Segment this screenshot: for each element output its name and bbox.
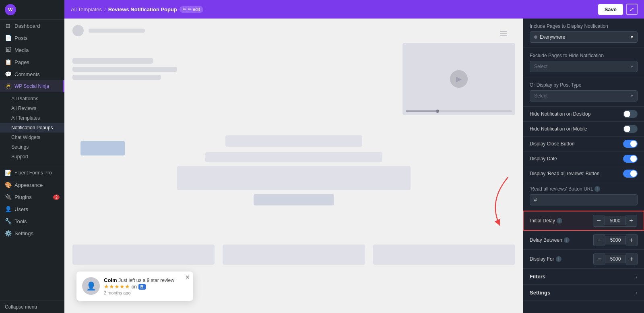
- hide-mobile-toggle[interactable]: [623, 125, 638, 133]
- sidebar-sub-all-platforms[interactable]: All Platforms: [0, 94, 64, 104]
- sidebar-sub-support[interactable]: Support: [0, 152, 64, 162]
- sidebar-item-tools[interactable]: 🔧 Tools: [0, 215, 64, 227]
- exclude-pages-chevron: ▾: [631, 64, 633, 69]
- preview-content-left: [72, 47, 185, 83]
- post-type-section: Or Display by Post Type Select ▾: [523, 77, 644, 107]
- dashboard-icon: ⊞: [5, 23, 11, 29]
- sidebar-sub-all-templates[interactable]: All Templates: [0, 113, 64, 123]
- sidebar-item-wp-social-ninja[interactable]: 🥷 WP Social Ninja: [0, 80, 64, 92]
- sidebar-item-media[interactable]: 🖼 Media: [0, 44, 64, 56]
- delay-between-plus[interactable]: +: [626, 234, 637, 246]
- include-pages-value: Everywhere: [540, 34, 565, 40]
- exclude-pages-select-wrap: Select ▾: [530, 61, 638, 72]
- preview-form-input-2: [177, 166, 411, 190]
- collapse-menu[interactable]: Collapse menu: [0, 301, 64, 313]
- users-icon: 👤: [5, 206, 11, 212]
- delay-between-value: 5000: [605, 236, 626, 245]
- hide-desktop-row: Hide Notification on Desktop: [523, 107, 644, 122]
- avatar-icon: 👤: [86, 281, 96, 291]
- display-for-plus[interactable]: +: [626, 253, 637, 265]
- sidebar-item-settings[interactable]: ⚙️ Settings: [0, 227, 64, 239]
- everywhere-dot: [534, 35, 537, 39]
- exclude-pages-select[interactable]: Select ▾: [530, 61, 638, 72]
- exclude-pages-section: Exclude Pages to Hide Notification Selec…: [523, 48, 644, 77]
- sidebar-item-pages[interactable]: 📋 Pages: [0, 56, 64, 68]
- preview-video-progress: [406, 110, 438, 112]
- sidebar-logo: W: [0, 0, 64, 20]
- sidebar-item-users[interactable]: 👤 Users: [0, 203, 64, 215]
- popup-review-text: Just left us a 9 star review: [118, 278, 174, 283]
- filters-collapsible[interactable]: Filters ›: [523, 269, 644, 285]
- save-button[interactable]: Save: [598, 4, 623, 15]
- delay-between-minus[interactable]: −: [594, 234, 605, 246]
- comments-icon: 💬: [5, 71, 11, 77]
- popup-stars-line: ★★★★★ on B: [104, 283, 174, 290]
- appearance-icon: 🎨: [5, 182, 11, 188]
- display-date-row: Display Date: [523, 151, 644, 166]
- popup-name-line: Colm Just left us a 9 star review: [104, 277, 174, 283]
- delay-between-label: Delay Between i: [530, 237, 570, 243]
- initial-delay-plus[interactable]: +: [625, 215, 637, 226]
- sidebar-sub-settings[interactable]: Settings: [0, 142, 64, 152]
- popup-close-button[interactable]: ✕: [185, 274, 190, 280]
- collapse-label: Collapse menu: [5, 304, 37, 310]
- sidebar-sub-all-reviews[interactable]: All Reviews: [0, 104, 64, 113]
- media-icon: 🖼: [5, 47, 11, 53]
- sidebar-item-label: Posts: [14, 35, 28, 41]
- initial-delay-info: i: [557, 218, 562, 224]
- display-read-all-row: Display 'Read all reviews' Button: [523, 166, 644, 181]
- expand-button[interactable]: ⤢: [626, 4, 638, 15]
- tools-icon: 🔧: [5, 218, 11, 224]
- include-pages-select[interactable]: Everywhere ▾: [530, 31, 638, 43]
- preview-play-icon: ▶: [450, 70, 468, 88]
- post-type-placeholder: Select: [534, 93, 547, 99]
- breadcrumb-separator: /: [104, 6, 106, 12]
- sidebar-item-posts[interactable]: 📄 Posts: [0, 32, 64, 44]
- post-type-select[interactable]: Select ▾: [530, 90, 638, 102]
- preview-skeleton-3: [72, 75, 161, 80]
- edit-badge[interactable]: ✏ ✏ edit: [180, 6, 203, 13]
- sidebar-item-label: Fluent Forms Pro: [14, 170, 52, 176]
- post-type-select-wrap: Select ▾: [530, 90, 638, 102]
- sidebar-item-appearance[interactable]: 🎨 Appearance: [0, 179, 64, 191]
- hide-mobile-row: Hide Notification on Mobile: [523, 122, 644, 137]
- topbar: All Templates / Reviews Notification Pop…: [64, 0, 644, 19]
- preview-avatar: [72, 25, 84, 36]
- sidebar-item-comments[interactable]: 💬 Comments: [0, 68, 64, 80]
- initial-delay-stepper: − 5000 +: [593, 215, 637, 227]
- sidebar-sub-chat-widgets[interactable]: Chat Widgets: [0, 133, 64, 142]
- read-all-url-info: i: [594, 186, 600, 192]
- wp-social-ninja-submenu: All Platforms All Reviews All Templates …: [0, 92, 64, 163]
- expand-icon: ⤢: [630, 6, 634, 12]
- display-for-minus[interactable]: −: [594, 253, 605, 265]
- toggle-knob: [624, 111, 630, 117]
- display-read-all-toggle[interactable]: [623, 170, 638, 178]
- post-type-label: Or Display by Post Type: [530, 82, 638, 88]
- right-panel: Include Pages to Display Notification Ev…: [523, 19, 644, 313]
- pages-icon: 📋: [5, 59, 11, 65]
- sidebar-item-plugins[interactable]: 🔌 Plugins 2: [0, 191, 64, 203]
- display-for-value: 5000: [605, 255, 626, 263]
- breadcrumb-link[interactable]: All Templates: [71, 6, 102, 12]
- display-close-toggle[interactable]: [623, 140, 638, 148]
- settings-collapsible[interactable]: Settings ›: [523, 285, 644, 301]
- toggle-knob: [624, 126, 630, 132]
- popup-on-label: on: [132, 284, 137, 290]
- post-type-chevron: ▾: [631, 93, 633, 99]
- preview-nav-icon: [500, 31, 507, 36]
- popup-content: Colm Just left us a 9 star review ★★★★★ …: [104, 277, 174, 295]
- sidebar-item-label: WP Social Ninja: [14, 83, 49, 89]
- sidebar-item-fluent-forms[interactable]: 📝 Fluent Forms Pro: [0, 167, 64, 179]
- breadcrumb: All Templates / Reviews Notification Pop…: [71, 6, 203, 13]
- exclude-pages-placeholder: Select: [534, 64, 547, 69]
- notification-popup: 👤 Colm Just left us a 9 star review ★★★★…: [76, 272, 193, 301]
- sidebar-sub-notification-popups[interactable]: Notification Popups: [0, 123, 64, 133]
- initial-delay-minus[interactable]: −: [593, 215, 605, 226]
- sidebar-item-label: Plugins: [14, 194, 32, 200]
- read-all-url-input[interactable]: [530, 194, 638, 205]
- hide-desktop-toggle[interactable]: [623, 110, 638, 118]
- display-date-toggle[interactable]: [623, 155, 638, 163]
- include-pages-label: Include Pages to Display Notification: [530, 23, 638, 29]
- sidebar-item-dashboard[interactable]: ⊞ Dashboard: [0, 20, 64, 32]
- display-date-label: Display Date: [530, 156, 557, 162]
